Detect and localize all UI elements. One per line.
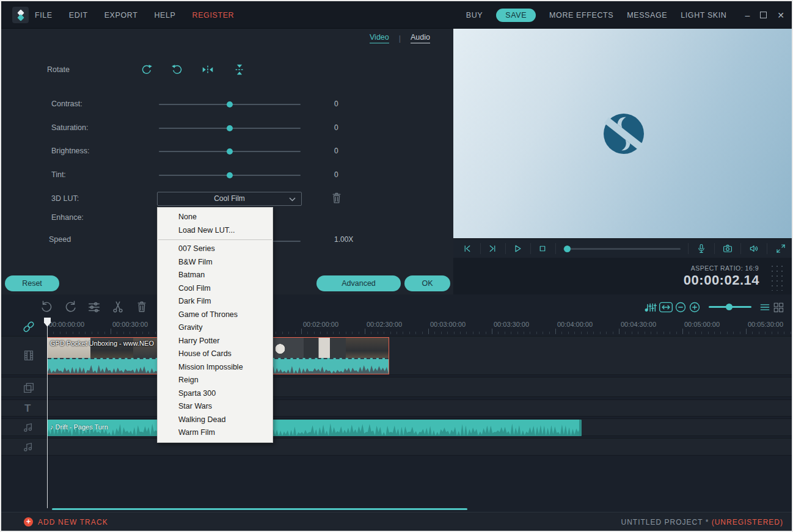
menu-export[interactable]: EXPORT (104, 11, 138, 20)
timeline-scrollbar[interactable] (52, 508, 467, 510)
lut-option[interactable]: House of Cards (158, 348, 272, 361)
rotate-ccw-icon[interactable] (170, 63, 184, 76)
lut-option[interactable]: Reign (158, 374, 272, 387)
saturation-value: 0 (334, 123, 338, 132)
music-note-icon: ♪ (50, 423, 54, 431)
snapshot-camera-icon[interactable] (722, 243, 733, 254)
fullscreen-icon[interactable] (775, 243, 786, 254)
audio-track-2[interactable] (1, 438, 792, 456)
play-icon[interactable] (512, 243, 523, 254)
brightness-slider-thumb[interactable] (227, 148, 233, 155)
volume-icon[interactable] (748, 243, 759, 254)
aspect-ratio-label: ASPECT RATIO: 16:9 (691, 264, 759, 272)
next-frame-icon[interactable] (487, 243, 498, 254)
flip-vertical-icon[interactable] (233, 63, 246, 76)
lut-option[interactable]: Gravity (158, 321, 272, 335)
menu-help[interactable]: HELP (154, 11, 175, 20)
playhead-line[interactable] (47, 325, 48, 508)
light-skin-button[interactable]: LIGHT SKIN (681, 11, 726, 20)
grid-view-icon[interactable] (772, 301, 786, 315)
more-effects-button[interactable]: MORE EFFECTS (549, 11, 613, 20)
lut-option[interactable]: Warm Film (158, 426, 272, 440)
audio-track-icon[interactable] (22, 421, 34, 434)
buy-button[interactable]: BUY (466, 11, 483, 20)
stop-icon[interactable] (537, 243, 548, 254)
tab-audio[interactable]: Audio (411, 33, 430, 43)
track-list-icon[interactable] (759, 301, 772, 315)
lut-option[interactable]: Star Wars (158, 400, 272, 414)
text-track[interactable]: T (1, 399, 792, 417)
seek-slider-thumb[interactable] (564, 246, 571, 252)
menu-edit[interactable]: EDIT (69, 11, 88, 20)
maximize-icon[interactable] (760, 12, 767, 18)
overlay-track[interactable] (1, 377, 792, 397)
fit-timeline-icon[interactable] (659, 302, 672, 315)
message-button[interactable]: MESSAGE (627, 11, 667, 20)
lut-option[interactable]: Batman (158, 269, 272, 282)
zoom-in-icon[interactable] (689, 301, 702, 315)
link-clips-icon[interactable] (21, 319, 36, 334)
saturation-slider[interactable] (159, 128, 301, 129)
add-new-track-button[interactable]: ADD NEW TRACK (38, 518, 108, 527)
audio-track-1[interactable]: ♪ Drift - Pages Turn (1, 418, 792, 436)
reset-button[interactable]: Reset (5, 275, 59, 291)
advanced-button[interactable]: Advanced (316, 275, 401, 291)
lut-option[interactable]: Cool Film (158, 282, 272, 296)
rotate-cw-icon[interactable] (140, 63, 153, 76)
lut-option-none[interactable]: None (158, 210, 272, 224)
audio-clip-end-handle[interactable] (579, 420, 582, 436)
lut-option[interactable]: Dark Film (158, 295, 272, 308)
lut-trash-icon[interactable] (331, 191, 343, 205)
lut-option[interactable]: Walking Dead (158, 414, 272, 427)
handle-dots-icon[interactable] (770, 264, 784, 291)
contrast-slider[interactable] (159, 104, 301, 105)
zoom-out-icon[interactable] (674, 301, 688, 315)
ok-button[interactable]: OK (404, 275, 450, 291)
tint-slider[interactable] (159, 175, 301, 176)
audio-track-icon[interactable] (22, 441, 34, 453)
adjust-sliders-icon[interactable] (87, 300, 101, 313)
saturation-slider-thumb[interactable] (227, 125, 233, 131)
close-icon[interactable]: ✕ (777, 11, 784, 20)
chevron-down-icon (289, 197, 296, 202)
scissors-cut-icon[interactable] (111, 300, 125, 313)
ruler-label: 00:05:00:00 (684, 321, 720, 328)
lut-option[interactable]: 007 Series (158, 242, 272, 256)
tint-row: Tint: 0 (1, 169, 453, 181)
brightness-value: 0 (334, 147, 338, 155)
video-track-icon[interactable] (22, 349, 35, 362)
tab-video[interactable]: Video (370, 33, 389, 43)
lut-option[interactable]: Mission Impossible (158, 361, 272, 374)
skip-back-icon[interactable] (462, 243, 473, 254)
seek-slider[interactable] (563, 248, 681, 250)
audio-clip[interactable]: ♪ Drift - Pages Turn (47, 420, 582, 436)
app-logo-icon (12, 7, 29, 23)
contrast-slider-thumb[interactable] (227, 101, 233, 107)
save-button[interactable]: SAVE (496, 9, 536, 22)
timeline-ruler[interactable]: 00:00:00:00 00:00:30:00 00:02:00:00 00:0… (1, 318, 792, 334)
pip-track-icon[interactable] (22, 381, 35, 395)
lut-option[interactable]: Sparta 300 (158, 387, 272, 401)
lut-option-load-new[interactable]: Load New LUT... (158, 224, 272, 237)
lut-option[interactable]: B&W Film (158, 256, 272, 269)
timeline-zoom-thumb[interactable] (726, 304, 733, 310)
redo-icon[interactable] (64, 300, 78, 313)
text-track-icon[interactable]: T (24, 403, 31, 415)
audio-mixer-icon[interactable] (644, 301, 657, 314)
brightness-slider[interactable] (159, 151, 301, 152)
delete-clip-icon[interactable] (135, 300, 148, 313)
minimize-icon[interactable]: – (745, 11, 750, 20)
menu-file[interactable]: FILE (35, 11, 53, 20)
rotate-label: Rotate (47, 65, 70, 74)
mic-icon[interactable] (696, 243, 707, 254)
flip-horizontal-icon[interactable] (201, 63, 214, 76)
tint-slider-thumb[interactable] (227, 172, 233, 178)
window-controls: – ✕ (745, 11, 784, 20)
menu-register[interactable]: REGISTER (192, 11, 235, 20)
video-track[interactable]: GPD Pocket Unboxing - www.NEO (1, 336, 792, 375)
lut-select[interactable]: Cool Film (157, 192, 302, 206)
lut-option[interactable]: Harry Potter (158, 335, 272, 348)
undo-icon[interactable] (40, 300, 53, 313)
add-track-plus-icon[interactable]: + (24, 517, 33, 527)
lut-option[interactable]: Game of Thrones (158, 308, 272, 322)
